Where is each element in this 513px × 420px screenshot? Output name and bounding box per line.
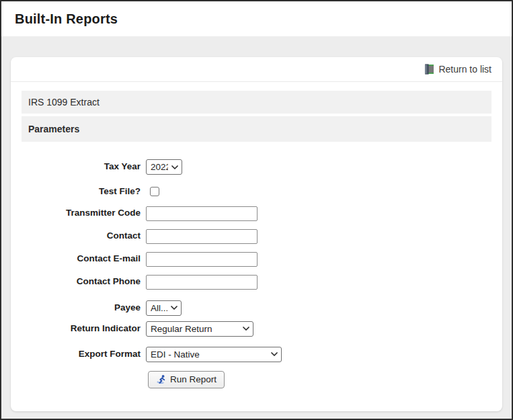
- run-report-button[interactable]: Run Report: [148, 371, 225, 388]
- export-format-row: Export Format EDI - Native: [11, 347, 502, 362]
- contact-phone-label: Contact Phone: [11, 277, 141, 287]
- app-window: Built-In Reports Return to list: [0, 0, 513, 420]
- parameters-form: Tax Year 2022 Test File? Transmitter Cod…: [11, 142, 502, 388]
- tax-year-row: Tax Year 2022: [11, 159, 502, 175]
- contact-row: Contact: [11, 229, 502, 244]
- contact-email-label: Contact E-mail: [11, 254, 141, 264]
- export-format-select[interactable]: EDI - Native: [146, 347, 282, 362]
- test-file-checkbox[interactable]: [150, 187, 159, 196]
- run-report-label: Run Report: [170, 374, 216, 384]
- contact-phone-input[interactable]: [146, 275, 258, 290]
- transmitter-code-label: Transmitter Code: [11, 208, 141, 218]
- transmitter-code-row: Transmitter Code: [11, 206, 502, 221]
- test-file-label: Test File?: [11, 187, 141, 197]
- contact-input[interactable]: [146, 229, 258, 244]
- contact-label: Contact: [11, 231, 141, 241]
- payee-select[interactable]: All...: [146, 300, 182, 316]
- run-report-row: Run Report: [11, 371, 502, 388]
- page-header: Built-In Reports: [1, 1, 512, 36]
- tax-year-select[interactable]: 2022: [146, 159, 182, 175]
- card-toolbar: Return to list: [11, 57, 502, 82]
- contact-email-input[interactable]: [146, 252, 258, 267]
- transmitter-code-input[interactable]: [146, 206, 258, 221]
- contact-email-row: Contact E-mail: [11, 252, 502, 267]
- test-file-row: Test File?: [11, 187, 502, 197]
- return-indicator-row: Return Indicator Regular Return: [11, 321, 502, 337]
- payee-row: Payee All...: [11, 300, 502, 316]
- run-report-icon: [156, 374, 166, 384]
- parameters-bar: Parameters: [22, 116, 491, 142]
- export-format-label: Export Format: [11, 349, 141, 360]
- report-card: Return to list IRS 1099 Extract Paramete…: [11, 57, 502, 411]
- contact-phone-row: Contact Phone: [11, 275, 502, 290]
- report-name-bar: IRS 1099 Extract: [22, 91, 491, 114]
- return-to-list-label: Return to list: [438, 64, 491, 75]
- payee-label: Payee: [11, 303, 141, 313]
- section-headers: IRS 1099 Extract Parameters: [22, 91, 491, 142]
- page-title: Built-In Reports: [15, 11, 118, 27]
- report-name: IRS 1099 Extract: [28, 97, 100, 108]
- door-exit-icon: [424, 64, 434, 75]
- return-indicator-label: Return Indicator: [11, 324, 141, 334]
- return-indicator-select[interactable]: Regular Return: [146, 321, 253, 337]
- parameters-header: Parameters: [28, 124, 79, 134]
- return-to-list-link[interactable]: Return to list: [424, 64, 491, 75]
- tax-year-label: Tax Year: [11, 162, 141, 172]
